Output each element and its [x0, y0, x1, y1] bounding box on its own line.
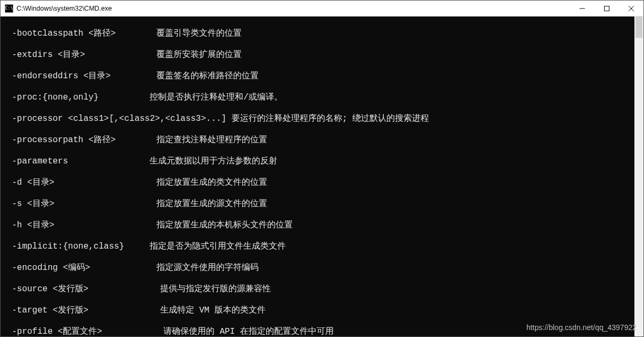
- maximize-button[interactable]: [595, 1, 619, 17]
- window-title: C:\Windows\system32\CMD.exe: [16, 5, 112, 12]
- svg-rect-0: [605, 6, 609, 11]
- output-line: -source <发行版> 提供与指定发行版的源兼容性: [2, 284, 634, 294]
- output-line: -s <目录> 指定放置生成的源文件的位置: [2, 199, 634, 209]
- output-line: -bootclasspath <路径> 覆盖引导类文件的位置: [2, 28, 634, 39]
- cmd-icon: C:\: [5, 4, 13, 13]
- vertical-scrollbar[interactable]: [634, 17, 643, 336]
- output-line: -d <目录> 指定放置生成的类文件的位置: [2, 177, 634, 188]
- output-line: -proc:{none,only} 控制是否执行注释处理和/或编译。: [2, 92, 634, 103]
- client-area: -bootclasspath <路径> 覆盖引导类文件的位置 -extdirs …: [1, 17, 643, 336]
- titlebar[interactable]: C:\ C:\Windows\system32\CMD.exe: [1, 1, 643, 17]
- output-line: -extdirs <目录> 覆盖所安装扩展的位置: [2, 50, 634, 60]
- output-line: -profile <配置文件> 请确保使用的 API 在指定的配置文件中可用: [2, 326, 634, 336]
- terminal-output[interactable]: -bootclasspath <路径> 覆盖引导类文件的位置 -extdirs …: [1, 17, 634, 336]
- output-line: -implicit:{none,class} 指定是否为隐式引用文件生成类文件: [2, 241, 634, 252]
- output-line: -endorseddirs <目录> 覆盖签名的标准路径的位置: [2, 71, 634, 81]
- output-line: -target <发行版> 生成特定 VM 版本的类文件: [2, 305, 634, 316]
- cmd-window: C:\ C:\Windows\system32\CMD.exe -bootcla…: [0, 0, 644, 337]
- output-line: -encoding <编码> 指定源文件使用的字符编码: [2, 262, 634, 273]
- output-line: -processor <class1>[,<class2>,<class3>..…: [2, 113, 634, 124]
- minimize-icon: [580, 6, 585, 11]
- maximize-icon: [604, 6, 609, 11]
- output-line: -parameters 生成元数据以用于方法参数的反射: [2, 156, 634, 167]
- minimize-button[interactable]: [570, 1, 595, 17]
- scrollbar-thumb[interactable]: [635, 17, 642, 38]
- output-line: -processorpath <路径> 指定查找注释处理程序的位置: [2, 135, 634, 145]
- close-icon: [629, 6, 634, 11]
- output-line: -h <目录> 指定放置生成的本机标头文件的位置: [2, 220, 634, 231]
- close-button[interactable]: [619, 1, 643, 17]
